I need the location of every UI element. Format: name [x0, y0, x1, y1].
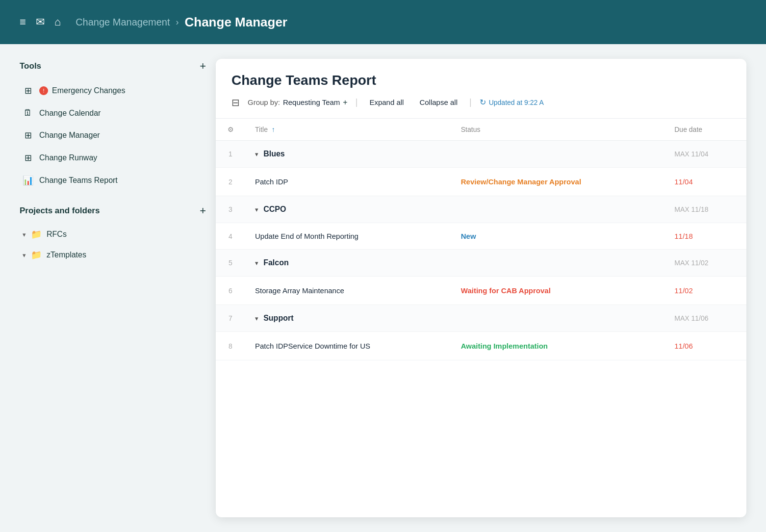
group-title-cell[interactable]: ▾ CCPO: [245, 196, 451, 223]
status-cell: Review/Change Manager Approval: [451, 168, 664, 196]
item-title-cell[interactable]: Patch IDP: [245, 168, 451, 196]
group-by-label: Group by:: [248, 98, 280, 106]
collapse-all-button[interactable]: Collapse all: [415, 96, 461, 108]
app-header: ≡ ✉ ⌂ Change Management › Change Manager: [0, 0, 766, 44]
status-column-header: Status: [451, 119, 664, 141]
sidebar-item-label: Change Teams Report: [39, 176, 118, 185]
add-tool-button[interactable]: +: [200, 61, 206, 72]
due-date-cell: MAX 11/04: [664, 141, 746, 168]
projects-section-header: Projects and folders +: [20, 203, 206, 218]
sidebar-item-change-manager[interactable]: ⊞ Change Manager: [20, 124, 206, 147]
grid-icon: ⊞: [23, 130, 33, 141]
chevron-down-icon: ▾: [255, 315, 258, 322]
status-cell: Waiting for CAB Approval: [451, 277, 664, 305]
breadcrumb-separator: ›: [176, 17, 179, 27]
toolbar: ⊟ Group by: Requesting Team + | Expand a…: [231, 96, 731, 108]
tools-label: Tools: [20, 61, 41, 71]
due-date-cell: 11/02: [664, 277, 746, 305]
status-cell: [451, 305, 664, 332]
due-date-cell: MAX 11/06: [664, 305, 746, 332]
content-header: Change Teams Report ⊟ Group by: Requesti…: [216, 59, 746, 119]
chevron-down-icon: ▾: [23, 231, 26, 238]
add-group-by-button[interactable]: +: [343, 99, 347, 106]
table-row[interactable]: 2 Patch IDP Review/Change Manager Approv…: [216, 168, 746, 196]
expand-all-button[interactable]: Expand all: [365, 96, 408, 108]
table-header-row: ⚙ Title ↑ Status Due date: [216, 119, 746, 141]
row-number: 8: [216, 332, 245, 360]
projects-label: Projects and folders: [20, 206, 100, 216]
breadcrumb-current: Change Manager: [185, 15, 288, 30]
sidebar-item-emergency-changes[interactable]: ⊞ ! Emergency Changes: [20, 79, 206, 102]
row-number: 1: [216, 141, 245, 168]
breadcrumb-parent[interactable]: Change Management: [76, 17, 170, 28]
item-title-cell[interactable]: Update End of Month Reporting: [245, 223, 451, 250]
settings-header[interactable]: ⚙: [216, 119, 245, 141]
due-date-cell: 11/06: [664, 332, 746, 360]
sidebar-item-change-teams-report[interactable]: 📊 Change Teams Report: [20, 169, 206, 192]
table-row[interactable]: 3 ▾ CCPO MAX 11/18: [216, 196, 746, 223]
table-row[interactable]: 1 ▾ Blues MAX 11/04: [216, 141, 746, 168]
group-title: CCPO: [263, 205, 286, 213]
group-title-cell[interactable]: ▾ Falcon: [245, 250, 451, 277]
refresh-icon[interactable]: ↻: [480, 98, 486, 107]
main-layout: Tools + ⊞ ! Emergency Changes 🗓 Change C…: [0, 44, 766, 532]
divider: |: [356, 97, 358, 107]
table-row[interactable]: 8 Patch IDPService Downtime for US Await…: [216, 332, 746, 360]
tools-section-header: Tools +: [20, 59, 206, 74]
folder-icon: 📁: [31, 250, 42, 260]
group-title: Support: [263, 314, 293, 322]
emergency-badge: !: [39, 86, 48, 95]
calendar-icon: 🗓: [23, 108, 33, 118]
mail-icon[interactable]: ✉: [36, 16, 45, 28]
sidebar: Tools + ⊞ ! Emergency Changes 🗓 Change C…: [20, 59, 206, 517]
table-row[interactable]: 7 ▾ Support MAX 11/06: [216, 305, 746, 332]
row-number: 5: [216, 250, 245, 277]
sidebar-item-label: Change Manager: [39, 131, 100, 140]
projects-section: Projects and folders + ▾ 📁 RFCs ▾ 📁 zTem…: [20, 203, 206, 265]
hamburger-icon[interactable]: ≡: [20, 16, 26, 28]
due-date-cell: 11/04: [664, 168, 746, 196]
row-number: 2: [216, 168, 245, 196]
grid-icon: ⊞: [23, 85, 33, 96]
status-cell: [451, 141, 664, 168]
row-number: 7: [216, 305, 245, 332]
item-title-cell[interactable]: Storage Array Maintenance: [245, 277, 451, 305]
change-teams-table: ⚙ Title ↑ Status Due date 1 ▾ Blues: [216, 119, 746, 360]
status-cell: Awaiting Implementation: [451, 332, 664, 360]
due-date-column-header: Due date: [664, 119, 746, 141]
table-container: ⚙ Title ↑ Status Due date 1 ▾ Blues: [216, 119, 746, 517]
folder-icon: 📁: [31, 229, 42, 240]
status-cell: [451, 196, 664, 223]
sidebar-item-label: Change Calendar: [39, 109, 101, 118]
group-by-icon[interactable]: ⊟: [231, 97, 240, 108]
group-title: Blues: [263, 150, 285, 158]
page-title: Change Teams Report: [231, 73, 731, 88]
chevron-down-icon: ▾: [255, 206, 258, 213]
sidebar-item-label: Emergency Changes: [52, 86, 125, 95]
due-date-cell: MAX 11/02: [664, 250, 746, 277]
folder-item-rfcs[interactable]: ▾ 📁 RFCs: [20, 224, 206, 245]
settings-icon[interactable]: ⚙: [228, 126, 234, 133]
table-row[interactable]: 6 Storage Array Maintenance Waiting for …: [216, 277, 746, 305]
breadcrumb: Change Management › Change Manager: [76, 15, 287, 30]
status-cell: [451, 250, 664, 277]
home-icon[interactable]: ⌂: [54, 16, 61, 28]
group-title-cell[interactable]: ▾ Support: [245, 305, 451, 332]
sidebar-item-change-runway[interactable]: ⊞ Change Runway: [20, 147, 206, 169]
group-title-cell[interactable]: ▾ Blues: [245, 141, 451, 168]
folder-item-ztemplates[interactable]: ▾ 📁 zTemplates: [20, 245, 206, 265]
content-area: Change Teams Report ⊟ Group by: Requesti…: [216, 59, 746, 517]
table-row[interactable]: 4 Update End of Month Reporting New 11/1…: [216, 223, 746, 250]
table-row[interactable]: 5 ▾ Falcon MAX 11/02: [216, 250, 746, 277]
grid-icon: ⊞: [23, 152, 33, 163]
group-title: Falcon: [263, 258, 289, 267]
title-column-header[interactable]: Title ↑: [245, 119, 451, 141]
add-project-button[interactable]: +: [200, 205, 206, 216]
sort-arrow-icon: ↑: [272, 126, 275, 133]
status-cell: New: [451, 223, 664, 250]
sidebar-item-change-calendar[interactable]: 🗓 Change Calendar: [20, 102, 206, 124]
due-date-cell: 11/18: [664, 223, 746, 250]
folder-label: zTemplates: [47, 251, 86, 259]
item-title-cell[interactable]: Patch IDPService Downtime for US: [245, 332, 451, 360]
group-by-value[interactable]: Requesting Team: [283, 98, 340, 106]
